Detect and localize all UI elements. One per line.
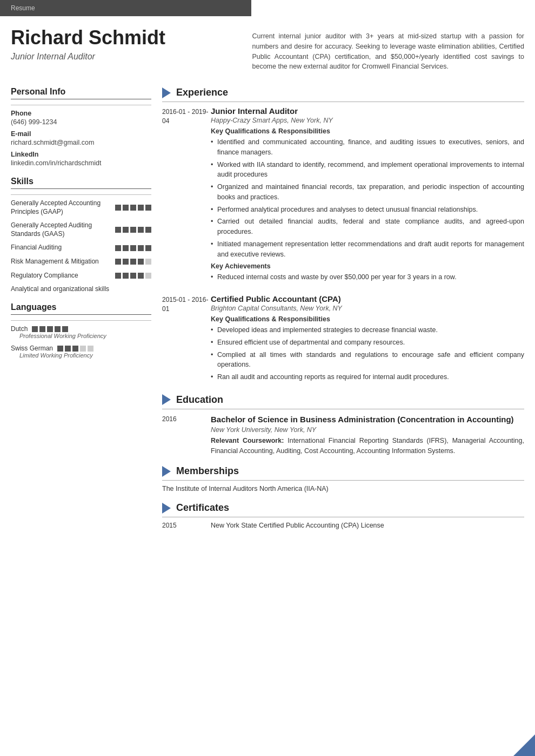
dot-filled: [130, 259, 136, 265]
education-entry: 2016Bachelor of Science in Business Admi…: [162, 414, 524, 456]
qualifications-label: Key Qualifications & Responsibilities: [211, 127, 524, 135]
dot-filled: [115, 259, 121, 265]
certificates-title: Certificates: [176, 502, 229, 514]
right-column: Experience 2016-01 - 2019-04Junior Inter…: [162, 77, 524, 529]
language-row: Swiss GermanLimited Working Proficiency: [11, 345, 151, 359]
languages-title: Languages: [11, 302, 151, 315]
candidate-name: Richard Schmidt: [11, 27, 242, 49]
education-title: Education: [176, 394, 223, 406]
dot-filled: [145, 245, 151, 251]
dot-filled: [62, 326, 68, 332]
skill-row: Generally Accepted Accounting Principles…: [11, 199, 151, 216]
phone-label: Phone: [11, 110, 151, 117]
dot-filled: [115, 273, 121, 279]
dot-filled: [123, 205, 129, 211]
qualification-item: Initiated management representation lett…: [211, 239, 524, 260]
certificate-entry: 2015New York State Certified Public Acco…: [162, 522, 524, 529]
language-dots: [32, 326, 68, 332]
experience-entry: 2015-01 - 2016-01Certified Public Accoun…: [162, 294, 524, 384]
certificates-arrow-icon: [162, 503, 171, 514]
experience-dates: 2016-01 - 2019-04: [162, 106, 211, 285]
name-left: Richard Schmidt Junior Internal Auditor: [11, 27, 252, 62]
memberships-container: The Institute of Internal Auditors North…: [162, 485, 524, 492]
language-row: DutchProfessional Working Proficiency: [11, 325, 151, 339]
achievement-item: Reduced internal costs and waste by over…: [211, 272, 524, 282]
linkedin-label: LinkedIn: [11, 151, 151, 158]
email-value: richard.schmidt@gmail.com: [11, 139, 151, 146]
experience-job-title: Certified Public Accountant (CPA): [211, 294, 524, 303]
education-school: New York University, New York, NY: [211, 426, 524, 434]
bottom-corner-decoration: [513, 734, 535, 756]
skill-row: Financial Auditing: [11, 244, 151, 252]
qualifications-label: Key Qualifications & Responsibilities: [211, 315, 524, 323]
dot-filled: [123, 245, 129, 251]
dot-filled: [130, 227, 136, 233]
dot-filled: [130, 205, 136, 211]
qualification-item: Carried out detailed financial audits, f…: [211, 217, 524, 237]
skill-dots: [115, 273, 151, 279]
dot-empty: [145, 273, 151, 279]
dot-empty: [145, 259, 151, 265]
top-bar: Resume: [0, 0, 251, 16]
skill-row: Generally Accepted Auditing Standards (G…: [11, 221, 151, 238]
education-container: 2016Bachelor of Science in Business Admi…: [162, 414, 524, 456]
achievements-label: Key Achievements: [211, 262, 524, 270]
dot-filled: [115, 227, 121, 233]
education-year: 2016: [162, 414, 211, 456]
experience-job-title: Junior Internal Auditor: [211, 106, 524, 116]
skills-container: Generally Accepted Accounting Principles…: [11, 199, 151, 280]
skill-row: Regulatory Compliance: [11, 272, 151, 280]
left-column: Personal Info Phone (646) 999-1234 E-mai…: [11, 77, 151, 529]
dot-filled: [130, 273, 136, 279]
email-label: E-mail: [11, 130, 151, 138]
dot-filled: [65, 346, 71, 352]
education-coursework: Relevant Coursework: International Finan…: [211, 436, 524, 456]
skills-title: Skills: [11, 177, 151, 189]
dot-filled: [47, 326, 53, 332]
qualification-item: Worked with IIA standard to identify, re…: [211, 160, 524, 180]
main-layout: Personal Info Phone (646) 999-1234 E-mai…: [0, 77, 535, 529]
skill-name: Risk Management & Mitigation: [11, 258, 115, 266]
membership-item: The Institute of Internal Auditors North…: [162, 485, 524, 492]
education-header: Education: [162, 394, 524, 409]
memberships-title: Memberships: [176, 465, 239, 477]
certificates-container: 2015New York State Certified Public Acco…: [162, 522, 524, 529]
summary: Current internal junior auditor with 3+ …: [252, 27, 525, 72]
dot-filled: [39, 326, 45, 332]
skill-name: Generally Accepted Auditing Standards (G…: [11, 221, 115, 238]
memberships-arrow-icon: [162, 466, 171, 477]
experience-company: Brighton Capital Consultants, New York, …: [211, 305, 524, 312]
personal-info-title: Personal Info: [11, 87, 151, 99]
language-name: Swiss German: [11, 345, 53, 352]
skill-dots: [115, 227, 151, 233]
language-dots: [57, 346, 93, 352]
achievements-list: Reduced internal costs and waste by over…: [211, 272, 524, 282]
phone-value: (646) 999-1234: [11, 118, 151, 126]
skill-dots: [115, 205, 151, 211]
skill-name: Financial Auditing: [11, 244, 115, 252]
qualifications-list: Identified and communicated accounting, …: [211, 137, 524, 259]
experience-container: 2016-01 - 2019-04Junior Internal Auditor…: [162, 106, 524, 384]
dot-filled: [123, 273, 129, 279]
experience-title: Experience: [176, 87, 228, 98]
top-bar-label: Resume: [11, 4, 35, 12]
languages-container: DutchProfessional Working ProficiencySwi…: [11, 325, 151, 359]
linkedin-value: linkedin.com/in/richardschmidt: [11, 159, 151, 167]
qualifications-list: Developed ideas and implemented strategi…: [211, 325, 524, 382]
qualification-item: Developed ideas and implemented strategi…: [211, 325, 524, 335]
experience-arrow-icon: [162, 87, 171, 98]
dot-filled: [138, 205, 144, 211]
language-proficiency: Professional Working Proficiency: [19, 333, 151, 339]
language-proficiency: Limited Working Proficiency: [19, 352, 151, 359]
qualification-item: Complied at all times with standards and…: [211, 350, 524, 370]
dot-filled: [138, 227, 144, 233]
experience-content: Junior Internal AuditorHappy-Crazy Smart…: [211, 106, 524, 285]
dot-filled: [123, 259, 129, 265]
dot-filled: [138, 245, 144, 251]
experience-content: Certified Public Accountant (CPA)Brighto…: [211, 294, 524, 384]
experience-company: Happy-Crazy Smart Apps, New York, NY: [211, 117, 524, 124]
dot-filled: [145, 205, 151, 211]
dot-filled: [123, 227, 129, 233]
dot-filled: [138, 259, 144, 265]
qualification-item: Organized and maintained financial recor…: [211, 182, 524, 202]
